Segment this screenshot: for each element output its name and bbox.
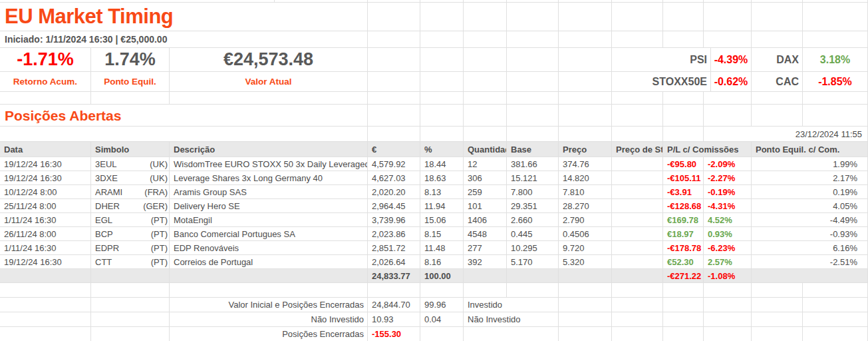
cell-symbol[interactable]: 3DXE (UK) [91,171,170,184]
cell-base[interactable]: 7.800 [507,185,559,198]
cell-price[interactable]: 14.820 [559,171,612,184]
summary-note[interactable] [464,327,559,341]
cell-pl-pct[interactable]: -6.23% [704,241,752,254]
cell-quantity[interactable]: 277 [464,241,507,254]
index-stoxx-value[interactable]: -0.62% [711,72,752,91]
section-heading[interactable]: Posições Abertas [0,105,368,126]
stat-breakeven-value[interactable]: 1.74% [91,48,170,71]
cell-pl-pct[interactable]: -2.09% [704,157,752,170]
summary-pct[interactable]: 99.96 [420,298,464,312]
cell-pl-pct[interactable]: -0.19% [704,185,752,198]
col-header-data[interactable]: Data [0,142,91,157]
cell-quantity[interactable]: 392 [464,255,507,268]
cell-quantity[interactable]: 306 [464,171,507,184]
summary-eur[interactable]: 24,844.70 [368,298,420,312]
cell-pl[interactable]: €18.97 [663,227,704,240]
col-header-quantity[interactable]: Quantidade [464,142,507,157]
cell-description[interactable]: Delivery Hero SE [170,199,368,212]
start-info[interactable]: Iniciado: 1/11/2024 16:30 | €25,000.00 [0,31,368,47]
cell-price[interactable]: 28.270 [559,199,612,212]
summary-eur[interactable]: 10.93 [368,312,420,326]
cell-price[interactable]: 374.76 [559,157,612,170]
cell-price[interactable]: 2.790 [559,213,612,226]
cell-symbol[interactable]: DHER (GER) [91,199,170,212]
last-update-timestamp[interactable]: 23/12/2024 11:55 [704,127,868,141]
total-pl[interactable]: -€271.22 [663,269,704,282]
cell-stop-price[interactable] [612,171,663,184]
summary-eur[interactable]: -155.30 [368,327,420,341]
cell-pct[interactable]: 18.44 [420,157,464,170]
cell-price[interactable]: 9.720 [559,241,612,254]
cell-date[interactable]: 19/12/24 16:30 [0,171,91,184]
cell-date[interactable]: 19/12/24 16:30 [0,255,91,268]
cell-date[interactable]: 19/12/24 16:30 [0,157,91,170]
index-dax-label[interactable]: DAX [752,48,803,71]
cell-price[interactable]: 0.4506 [559,227,612,240]
cell-date[interactable]: 1/11/24 16:30 [0,213,91,226]
cell-pl[interactable]: -€3.91 [663,185,704,198]
cell-stop-price[interactable] [612,213,663,226]
cell-eur[interactable]: 4,579.92 [368,157,420,170]
cell-symbol[interactable]: BCP (PT) [91,227,170,240]
summary-note[interactable]: Investido [464,298,559,312]
cell-pct[interactable]: 8.13 [420,185,464,198]
cell-base[interactable]: 5.170 [507,255,559,268]
summary-note[interactable]: Não Investido [464,312,559,326]
cell-eur[interactable]: 2,020.20 [368,185,420,198]
cell-breakeven[interactable]: 0.19% [752,185,868,198]
total-pl-pct[interactable]: -1.08% [704,269,752,282]
cell-stop-price[interactable] [612,241,663,254]
cell-eur[interactable]: 3,739.96 [368,213,420,226]
cell-stop-price[interactable] [612,199,663,212]
col-header-pct[interactable]: % [420,142,464,157]
cell-base[interactable]: 15.121 [507,171,559,184]
page-title[interactable]: EU Market Timing [0,3,368,31]
total-pct[interactable]: 100.00 [420,269,464,282]
cell-eur[interactable]: 2,023.86 [368,227,420,240]
summary-pct[interactable] [420,327,464,341]
index-psi-value[interactable]: -4.39% [711,48,752,71]
summary-label[interactable]: Posições Encerradas [170,327,368,341]
cell-breakeven[interactable]: -0.93% [752,227,868,240]
total-eur[interactable]: 24,833.77 [368,269,420,282]
cell-pl-pct[interactable]: -2.27% [704,171,752,184]
cell-stop-price[interactable] [612,255,663,268]
cell-pl-pct[interactable]: 0.93% [704,227,752,240]
cell-description[interactable]: MotaEngil [170,213,368,226]
cell-eur[interactable]: 4,627.03 [368,171,420,184]
cell-quantity[interactable]: 101 [464,199,507,212]
cell-date[interactable]: 1/11/24 16:30 [0,241,91,254]
cell-description[interactable]: Leverage Shares 3x Long Germany 40 [170,171,368,184]
col-header-breakeven[interactable]: Ponto Equil. c/ Com. [752,142,868,157]
cell-symbol[interactable]: EGL (PT) [91,213,170,226]
col-header-base[interactable]: Base [507,142,559,157]
cell-pl[interactable]: €52.30 [663,255,704,268]
cell-breakeven[interactable]: 4.05% [752,199,868,212]
cell-base[interactable]: 2.660 [507,213,559,226]
col-header-description[interactable]: Descrição [170,142,368,157]
cell-pl-pct[interactable]: 2.57% [704,255,752,268]
cell-price[interactable]: 7.810 [559,185,612,198]
cell-pct[interactable]: 11.94 [420,199,464,212]
cell-description[interactable]: Correios de Portugal [170,255,368,268]
col-header-eur[interactable]: € [368,142,420,157]
stat-current-value[interactable]: €24,573.48 [170,48,368,71]
cell-quantity[interactable]: 4548 [464,227,507,240]
col-header-price[interactable]: Preço [559,142,612,157]
index-cac-label[interactable]: CAC [752,72,803,91]
cell-pct[interactable]: 15.06 [420,213,464,226]
index-psi-label[interactable]: PSI [612,48,711,71]
cell-description[interactable]: EDP Renováveis [170,241,368,254]
cell-description[interactable]: Banco Comercial Portugues SA [170,227,368,240]
cell-stop-price[interactable] [612,157,663,170]
summary-pct[interactable]: 0.04 [420,312,464,326]
cell-description[interactable]: Aramis Group SAS [170,185,368,198]
cell-pct[interactable]: 8.16 [420,255,464,268]
cell-base[interactable]: 10.295 [507,241,559,254]
cell-breakeven[interactable]: -2.51% [752,255,868,268]
cell-price[interactable]: 5.320 [559,255,612,268]
cell-quantity[interactable]: 1406 [464,213,507,226]
cell-quantity[interactable]: 259 [464,185,507,198]
cell-breakeven[interactable]: 1.99% [752,157,868,170]
cell-symbol[interactable]: ARAMI (FRA) [91,185,170,198]
